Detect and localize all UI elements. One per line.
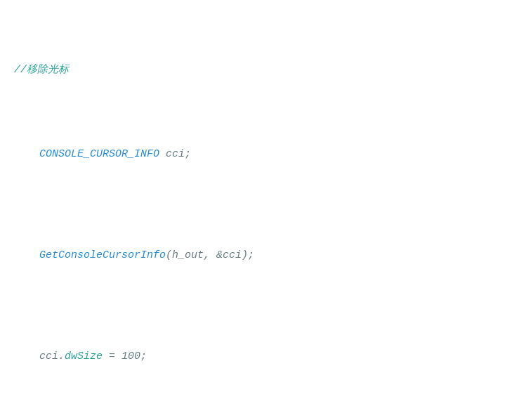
text-cci2: cci. <box>39 350 65 362</box>
comment-cursor: //移除光标 <box>14 62 512 79</box>
line-dwsize: cci.dwSize = 100; <box>14 332 512 382</box>
var-dwsize: dwSize <box>65 350 103 362</box>
code-editor: //移除光标 CONSOLE_CURSOR_INFO cci; GetConso… <box>14 11 512 420</box>
text-params1: (h_out, &cci); <box>166 249 254 261</box>
text-assign-100: = 100; <box>103 350 147 362</box>
func-get-console-cursor-info: GetConsoleCursorInfo <box>39 249 166 261</box>
line-cci-decl: CONSOLE_CURSOR_INFO cci; <box>14 129 512 180</box>
line-get-cursor-info: GetConsoleCursorInfo(h_out, &cci); <box>14 230 512 281</box>
text-cci: cci; <box>159 148 191 160</box>
type-console-cursor-info: CONSOLE_CURSOR_INFO <box>39 148 159 160</box>
